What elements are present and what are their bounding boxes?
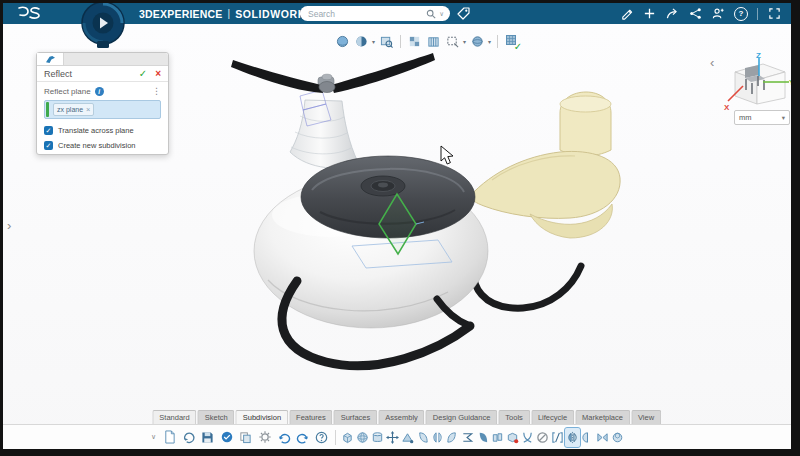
units-value: mm: [739, 113, 752, 122]
plane-selection-chip[interactable]: zx plane ×: [53, 103, 94, 116]
finish-subdivision-icon[interactable]: ✓: [504, 34, 519, 49]
tab-design-guidance[interactable]: Design Guidance: [426, 410, 498, 424]
new-content-icon[interactable]: [160, 428, 179, 447]
reflect-icon[interactable]: [565, 428, 580, 447]
brand-separator: |: [228, 8, 231, 19]
tab-lifecycle[interactable]: Lifecycle: [531, 410, 574, 424]
mirror-faces-icon[interactable]: [430, 428, 445, 447]
extrude-face-icon[interactable]: [445, 428, 460, 447]
units-dropdown[interactable]: mm ▾: [734, 110, 790, 125]
action-bar: ∨: [3, 424, 791, 449]
settings-icon[interactable]: [255, 428, 274, 447]
half-symmetry-icon[interactable]: [580, 428, 595, 447]
selection-filter-icon[interactable]: [445, 34, 460, 49]
checkbox-checked-icon[interactable]: ✓: [44, 126, 53, 135]
crease-edge-icon[interactable]: [415, 428, 430, 447]
3d-viewport[interactable]: ▾ ▾ ▾ ✓: [3, 24, 791, 449]
option-label: Create new subdivision: [58, 141, 136, 150]
delete-face-icon[interactable]: [505, 428, 520, 447]
tab-standard[interactable]: Standard: [152, 410, 196, 424]
reflect-plane-row: Reflect plane i ⋮: [37, 82, 168, 98]
symmetrize-icon[interactable]: [595, 428, 610, 447]
view-options-icon[interactable]: [470, 34, 485, 49]
tab-tools[interactable]: Tools: [498, 410, 530, 424]
panel-title: Reflect: [44, 69, 72, 79]
search-input[interactable]: [300, 9, 426, 19]
3d-compass[interactable]: [77, 3, 129, 49]
view-toolbar-divider: [497, 35, 498, 48]
section-view-icon[interactable]: [426, 34, 441, 49]
display-style-caret-icon[interactable]: ▾: [372, 38, 375, 45]
move-element-icon[interactable]: [385, 428, 400, 447]
save-icon[interactable]: [198, 428, 217, 447]
app-window: 3DEXPERIENCE | SOLIDWORKS 3D Sculptor ∨ …: [0, 0, 800, 456]
dassault-3ds-logo: [15, 5, 43, 22]
view-options-caret-icon[interactable]: ▾: [488, 38, 491, 45]
fill-face-icon[interactable]: [475, 428, 490, 447]
right-panel-collapser-icon[interactable]: ‹: [710, 56, 714, 69]
share-nodes-icon[interactable]: [688, 7, 702, 21]
chip-remove-icon[interactable]: ×: [86, 105, 90, 114]
reflect-plane-input[interactable]: zx plane ×: [44, 100, 161, 119]
view-toolbar-divider: [400, 35, 401, 48]
primitive-sphere-icon[interactable]: [355, 428, 370, 447]
search-icon[interactable]: [426, 9, 436, 19]
tab-subdivision[interactable]: Subdivision: [236, 410, 288, 424]
share-arrow-icon[interactable]: [665, 7, 679, 21]
split-symmetry-icon[interactable]: [550, 428, 565, 447]
scale-element-icon[interactable]: [400, 428, 415, 447]
display-style-icon[interactable]: [354, 34, 369, 49]
bridge-faces-icon[interactable]: [490, 428, 505, 447]
remove-symmetry-icon[interactable]: [535, 428, 550, 447]
tab-view[interactable]: View: [631, 410, 661, 424]
tab-surfaces[interactable]: Surfaces: [334, 410, 378, 424]
search-scope-caret-icon[interactable]: ∨: [439, 10, 444, 18]
copy-icon[interactable]: [236, 428, 255, 447]
help-icon[interactable]: [312, 428, 331, 447]
undo-icon[interactable]: [274, 428, 293, 447]
option-create-new-subdivision[interactable]: ✓ Create new subdivision: [37, 139, 168, 154]
shaded-view-icon[interactable]: [335, 34, 350, 49]
primitive-box-icon[interactable]: [340, 428, 355, 447]
open-icon[interactable]: [179, 428, 198, 447]
reflect-tool-tab[interactable]: [37, 53, 64, 65]
primitive-cylinder-icon[interactable]: [370, 428, 385, 447]
cancel-icon[interactable]: ×: [155, 68, 161, 79]
redo-icon[interactable]: [293, 428, 312, 447]
checkbox-checked-icon[interactable]: ✓: [44, 141, 53, 150]
tab-marketplace[interactable]: Marketplace: [575, 410, 630, 424]
swym-community-icon[interactable]: [711, 7, 725, 21]
axis-x-label: X: [724, 103, 730, 112]
convert-to-brep-icon[interactable]: [610, 428, 625, 447]
add-icon[interactable]: [642, 7, 656, 21]
more-options-icon[interactable]: ⋮: [152, 86, 161, 96]
drone-rear-skid: [474, 255, 581, 308]
view-cube[interactable]: Z Y X: [723, 52, 791, 116]
annotate-pen-icon[interactable]: [619, 7, 633, 21]
selection-filter-caret-icon[interactable]: ▾: [463, 38, 466, 45]
fullscreen-icon[interactable]: [767, 7, 781, 21]
bend-body-icon[interactable]: [520, 428, 535, 447]
mirror-preview-arm: [470, 92, 620, 238]
tab-features[interactable]: Features: [289, 410, 333, 424]
left-panel-expander-icon[interactable]: ›: [7, 219, 11, 232]
save-with-options-icon[interactable]: [217, 428, 236, 447]
tab-sketch[interactable]: Sketch: [198, 410, 235, 424]
view-toolbar: ▾ ▾ ▾ ✓: [335, 32, 519, 50]
show-hide-icon[interactable]: [407, 34, 422, 49]
insert-loop-icon[interactable]: [460, 428, 475, 447]
zoom-area-icon[interactable]: [379, 34, 394, 49]
tags-icon[interactable]: [456, 6, 471, 21]
help-icon[interactable]: ?: [734, 7, 748, 21]
reflect-panel-header: Reflect ✓ ×: [37, 66, 168, 82]
reflect-panel-tabstrip: [37, 53, 168, 66]
tab-assembly[interactable]: Assembly: [378, 410, 425, 424]
finish-check-icon: ✓: [514, 42, 522, 52]
axis-y-label: Y: [789, 78, 791, 87]
global-search[interactable]: ∨: [300, 6, 450, 21]
action-bar-expander-icon[interactable]: ∨: [151, 433, 156, 441]
chip-label: zx plane: [57, 106, 83, 113]
topbar-divider: [757, 8, 758, 20]
confirm-icon[interactable]: ✓: [139, 68, 147, 79]
option-translate-across-plane[interactable]: ✓ Translate across plane: [37, 124, 168, 139]
